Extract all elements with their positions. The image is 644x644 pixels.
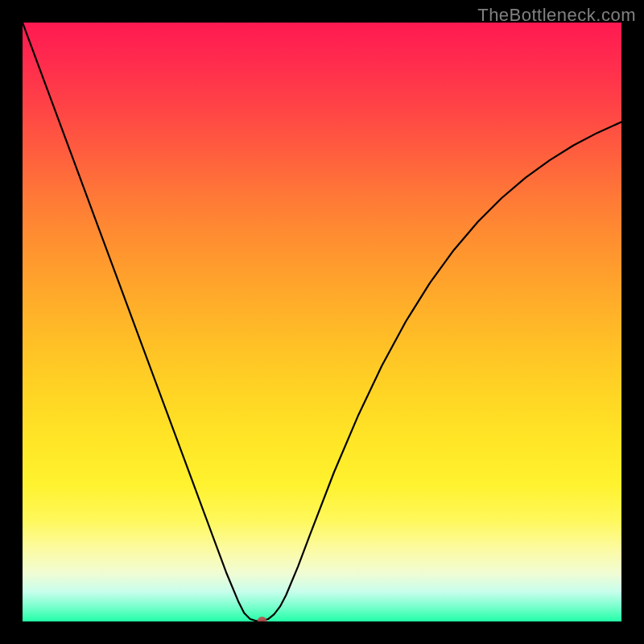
bottleneck-curve-layer (23, 23, 621, 621)
bottleneck-curve (23, 23, 621, 621)
plot-area (23, 23, 621, 621)
optimum-marker (258, 617, 267, 621)
chart-frame: TheBottleneck.com (0, 0, 644, 644)
